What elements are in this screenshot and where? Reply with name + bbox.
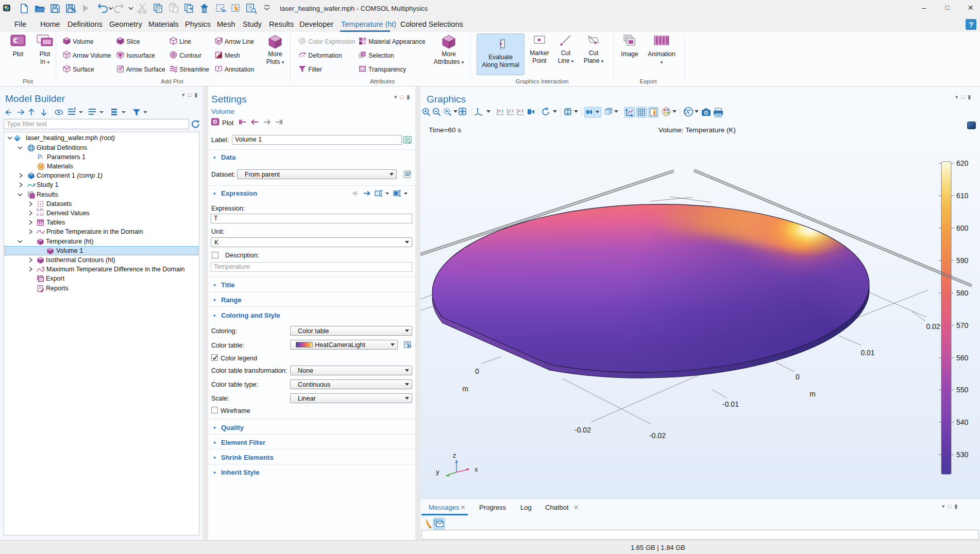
svg-text:0.02: 0.02 (926, 322, 940, 331)
svg-text:z: z (521, 108, 523, 113)
svg-text:z: z (453, 452, 457, 459)
svg-text:540: 540 (956, 418, 969, 426)
svg-text:-0.02: -0.02 (649, 431, 666, 440)
svg-text:y: y (501, 108, 504, 113)
svg-text:y: y (509, 108, 511, 113)
svg-text:590: 590 (956, 256, 969, 265)
svg-text:-0.02: -0.02 (575, 426, 591, 434)
svg-text:m: m (462, 385, 468, 393)
svg-text:580: 580 (956, 289, 969, 297)
svg-text:530: 530 (956, 451, 969, 459)
svg-text:600: 600 (956, 224, 969, 232)
svg-text:m: m (809, 390, 816, 398)
svg-text:y: y (436, 468, 440, 476)
svg-text:x: x (498, 108, 501, 113)
svg-text:z: z (512, 108, 514, 113)
svg-text:560: 560 (956, 354, 969, 362)
svg-text:0: 0 (796, 373, 800, 381)
svg-text:x: x (518, 108, 521, 113)
svg-text:0: 0 (475, 367, 479, 375)
svg-text:-0.01: -0.01 (722, 400, 739, 408)
svg-text:550: 550 (956, 386, 969, 394)
svg-text:610: 610 (956, 192, 969, 200)
svg-text:0.01: 0.01 (860, 349, 874, 357)
svg-text:570: 570 (956, 321, 969, 330)
svg-text:x: x (475, 465, 478, 473)
svg-text:620: 620 (956, 159, 969, 167)
